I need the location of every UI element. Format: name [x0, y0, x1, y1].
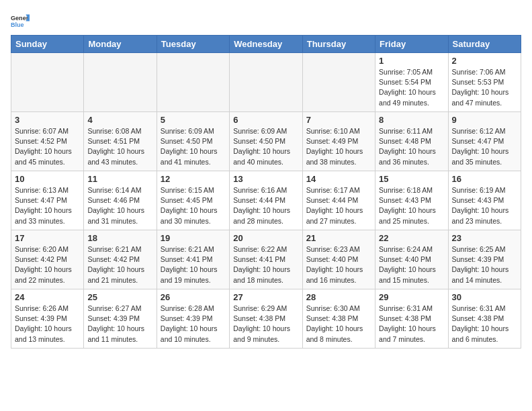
day-number: 20 [233, 233, 298, 243]
day-info: Sunrise: 6:13 AM Sunset: 4:47 PM Dayligh… [15, 185, 80, 226]
calendar-table: SundayMondayTuesdayWednesdayThursdayFrid… [11, 35, 521, 349]
weekday-header: Tuesday [157, 36, 229, 53]
calendar-week-row: 1Sunrise: 7:05 AM Sunset: 5:54 PM Daylig… [11, 53, 521, 112]
day-info: Sunrise: 6:16 AM Sunset: 4:44 PM Dayligh… [233, 185, 298, 226]
day-info: Sunrise: 6:11 AM Sunset: 4:48 PM Dayligh… [379, 126, 444, 167]
day-number: 19 [161, 233, 226, 243]
weekday-header: Sunday [11, 36, 84, 53]
calendar-cell: 30Sunrise: 6:31 AM Sunset: 4:38 PM Dayli… [448, 289, 521, 349]
calendar-cell: 11Sunrise: 6:14 AM Sunset: 4:46 PM Dayli… [84, 171, 157, 230]
calendar-week-row: 24Sunrise: 6:26 AM Sunset: 4:39 PM Dayli… [11, 289, 521, 349]
day-info: Sunrise: 7:06 AM Sunset: 5:53 PM Dayligh… [452, 67, 517, 108]
weekday-header-row: SundayMondayTuesdayWednesdayThursdayFrid… [11, 36, 521, 53]
calendar-week-row: 3Sunrise: 6:07 AM Sunset: 4:52 PM Daylig… [11, 112, 521, 171]
day-info: Sunrise: 6:29 AM Sunset: 4:38 PM Dayligh… [233, 304, 298, 345]
day-info: Sunrise: 7:05 AM Sunset: 5:54 PM Dayligh… [379, 67, 444, 108]
calendar-cell: 5Sunrise: 6:09 AM Sunset: 4:50 PM Daylig… [157, 112, 229, 171]
calendar-cell: 29Sunrise: 6:31 AM Sunset: 4:38 PM Dayli… [375, 289, 448, 349]
day-number: 7 [306, 115, 371, 125]
calendar-cell: 22Sunrise: 6:24 AM Sunset: 4:40 PM Dayli… [375, 230, 448, 289]
calendar-cell: 25Sunrise: 6:27 AM Sunset: 4:39 PM Dayli… [84, 289, 157, 349]
weekday-header: Monday [84, 36, 157, 53]
calendar-cell: 3Sunrise: 6:07 AM Sunset: 4:52 PM Daylig… [11, 112, 84, 171]
day-info: Sunrise: 6:09 AM Sunset: 4:50 PM Dayligh… [161, 126, 226, 167]
day-number: 21 [306, 233, 371, 243]
calendar-cell: 20Sunrise: 6:22 AM Sunset: 4:41 PM Dayli… [230, 230, 302, 289]
day-info: Sunrise: 6:28 AM Sunset: 4:39 PM Dayligh… [161, 304, 226, 345]
day-info: Sunrise: 6:31 AM Sunset: 4:38 PM Dayligh… [379, 304, 444, 345]
day-number: 8 [379, 115, 444, 125]
day-info: Sunrise: 6:20 AM Sunset: 4:42 PM Dayligh… [15, 244, 80, 285]
calendar-cell [302, 53, 375, 112]
day-info: Sunrise: 6:15 AM Sunset: 4:45 PM Dayligh… [161, 185, 226, 226]
calendar-cell: 1Sunrise: 7:05 AM Sunset: 5:54 PM Daylig… [375, 53, 448, 112]
calendar-cell: 12Sunrise: 6:15 AM Sunset: 4:45 PM Dayli… [157, 171, 229, 230]
calendar-cell: 16Sunrise: 6:19 AM Sunset: 4:43 PM Dayli… [448, 171, 521, 230]
day-info: Sunrise: 6:17 AM Sunset: 4:44 PM Dayligh… [306, 185, 371, 226]
calendar-cell [230, 53, 302, 112]
day-number: 5 [161, 115, 226, 125]
calendar-cell: 19Sunrise: 6:21 AM Sunset: 4:41 PM Dayli… [157, 230, 229, 289]
calendar-cell [157, 53, 229, 112]
calendar-cell: 2Sunrise: 7:06 AM Sunset: 5:53 PM Daylig… [448, 53, 521, 112]
calendar-week-row: 17Sunrise: 6:20 AM Sunset: 4:42 PM Dayli… [11, 230, 521, 289]
calendar-cell: 28Sunrise: 6:30 AM Sunset: 4:38 PM Dayli… [302, 289, 375, 349]
day-info: Sunrise: 6:18 AM Sunset: 4:43 PM Dayligh… [379, 185, 444, 226]
day-number: 28 [306, 292, 371, 302]
calendar-cell: 9Sunrise: 6:12 AM Sunset: 4:47 PM Daylig… [448, 112, 521, 171]
day-number: 29 [379, 292, 444, 302]
calendar-cell: 23Sunrise: 6:25 AM Sunset: 4:39 PM Dayli… [448, 230, 521, 289]
day-info: Sunrise: 6:22 AM Sunset: 4:41 PM Dayligh… [233, 244, 298, 285]
calendar-cell: 6Sunrise: 6:09 AM Sunset: 4:50 PM Daylig… [230, 112, 302, 171]
day-number: 1 [379, 56, 444, 66]
calendar-cell: 27Sunrise: 6:29 AM Sunset: 4:38 PM Dayli… [230, 289, 302, 349]
day-number: 17 [15, 233, 80, 243]
day-info: Sunrise: 6:23 AM Sunset: 4:40 PM Dayligh… [306, 244, 371, 285]
day-number: 27 [233, 292, 298, 302]
day-number: 26 [161, 292, 226, 302]
calendar-cell: 8Sunrise: 6:11 AM Sunset: 4:48 PM Daylig… [375, 112, 448, 171]
calendar-cell: 18Sunrise: 6:21 AM Sunset: 4:42 PM Dayli… [84, 230, 157, 289]
calendar-week-row: 10Sunrise: 6:13 AM Sunset: 4:47 PM Dayli… [11, 171, 521, 230]
day-number: 12 [161, 174, 226, 184]
day-info: Sunrise: 6:09 AM Sunset: 4:50 PM Dayligh… [233, 126, 298, 167]
day-number: 23 [452, 233, 517, 243]
day-number: 15 [379, 174, 444, 184]
weekday-header: Wednesday [230, 36, 302, 53]
calendar-cell: 24Sunrise: 6:26 AM Sunset: 4:39 PM Dayli… [11, 289, 84, 349]
day-info: Sunrise: 6:25 AM Sunset: 4:39 PM Dayligh… [452, 244, 517, 285]
day-number: 24 [15, 292, 80, 302]
day-info: Sunrise: 6:31 AM Sunset: 4:38 PM Dayligh… [452, 304, 517, 345]
day-info: Sunrise: 6:24 AM Sunset: 4:40 PM Dayligh… [379, 244, 444, 285]
day-number: 2 [452, 56, 517, 66]
calendar-cell: 10Sunrise: 6:13 AM Sunset: 4:47 PM Dayli… [11, 171, 84, 230]
page-header: General Blue [11, 11, 521, 30]
svg-text:Blue: Blue [11, 21, 24, 28]
day-info: Sunrise: 6:19 AM Sunset: 4:43 PM Dayligh… [452, 185, 517, 226]
day-number: 14 [306, 174, 371, 184]
day-number: 22 [379, 233, 444, 243]
day-number: 10 [15, 174, 80, 184]
day-info: Sunrise: 6:10 AM Sunset: 4:49 PM Dayligh… [306, 126, 371, 167]
day-number: 4 [87, 115, 152, 125]
day-number: 9 [452, 115, 517, 125]
calendar-cell: 26Sunrise: 6:28 AM Sunset: 4:39 PM Dayli… [157, 289, 229, 349]
calendar-cell: 14Sunrise: 6:17 AM Sunset: 4:44 PM Dayli… [302, 171, 375, 230]
weekday-header: Saturday [448, 36, 521, 53]
day-info: Sunrise: 6:26 AM Sunset: 4:39 PM Dayligh… [15, 304, 80, 345]
day-number: 3 [15, 115, 80, 125]
day-info: Sunrise: 6:12 AM Sunset: 4:47 PM Dayligh… [452, 126, 517, 167]
logo-icon: General Blue [11, 11, 30, 30]
day-info: Sunrise: 6:27 AM Sunset: 4:39 PM Dayligh… [87, 304, 152, 345]
calendar-cell [84, 53, 157, 112]
weekday-header: Thursday [302, 36, 375, 53]
calendar-cell: 4Sunrise: 6:08 AM Sunset: 4:51 PM Daylig… [84, 112, 157, 171]
day-info: Sunrise: 6:14 AM Sunset: 4:46 PM Dayligh… [87, 185, 152, 226]
day-number: 11 [87, 174, 152, 184]
calendar-cell: 13Sunrise: 6:16 AM Sunset: 4:44 PM Dayli… [230, 171, 302, 230]
day-number: 30 [452, 292, 517, 302]
day-number: 13 [233, 174, 298, 184]
weekday-header: Friday [375, 36, 448, 53]
day-number: 16 [452, 174, 517, 184]
day-info: Sunrise: 6:30 AM Sunset: 4:38 PM Dayligh… [306, 304, 371, 345]
